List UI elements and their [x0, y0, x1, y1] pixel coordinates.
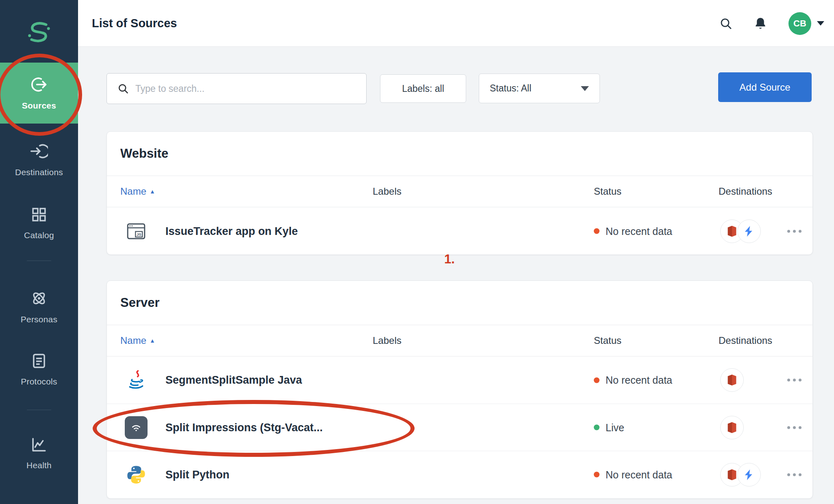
sidebar-item-sources[interactable]: Sources — [0, 63, 78, 124]
java-icon — [124, 368, 148, 392]
labels-filter-button[interactable]: Labels: all — [380, 74, 466, 103]
wifi-icon — [124, 416, 148, 439]
table-row[interactable]: Split Python No recent data — [107, 451, 812, 498]
status-filter-label: Status: All — [490, 83, 531, 94]
section-title: Website — [120, 146, 168, 161]
caret-down-icon — [817, 21, 824, 26]
column-header-name[interactable]: Name ▲ — [120, 186, 155, 197]
table-header: Name ▲ Labels Status Destinations — [107, 176, 812, 207]
segment-logo[interactable] — [0, 20, 78, 45]
status-text: No recent data — [606, 469, 672, 480]
status-cell: No recent data — [594, 225, 672, 237]
column-header-labels: Labels — [373, 186, 402, 197]
status-text: Live — [606, 421, 624, 433]
row-actions-button[interactable] — [785, 375, 804, 386]
row-actions-button[interactable] — [785, 469, 804, 480]
sidebar-item-label: Destinations — [15, 167, 63, 177]
sort-ascending-icon: ▲ — [150, 188, 155, 195]
server-sources-card: Server Name ▲ Labels Status Destinations — [106, 280, 813, 499]
column-header-labels: Labels — [373, 335, 402, 346]
status-text: No recent data — [606, 225, 672, 237]
sidebar-divider — [27, 410, 51, 410]
search-input[interactable] — [135, 74, 361, 104]
grid-icon — [30, 206, 48, 225]
column-header-destinations: Destinations — [719, 186, 772, 197]
add-source-button[interactable]: Add Source — [718, 72, 812, 102]
document-icon — [30, 352, 48, 371]
account-menu[interactable]: CB — [788, 12, 824, 35]
sidebar-item-label: Health — [26, 461, 52, 470]
blue-lightning-icon[interactable] — [737, 463, 761, 487]
column-header-status: Status — [594, 335, 621, 346]
destinations-cell — [720, 219, 761, 243]
top-header: List of Sources CB — [78, 0, 834, 47]
sidebar: Sources Destinations Cata — [0, 0, 78, 504]
page-title: List of Sources — [92, 0, 177, 47]
search-box — [106, 73, 367, 104]
column-header-name[interactable]: Name ▲ — [120, 335, 155, 346]
labels-filter-label: Labels: all — [402, 83, 444, 94]
sidebar-item-label: Catalog — [24, 230, 54, 240]
section-title: Server — [120, 295, 160, 310]
arrow-into-circle-icon — [30, 142, 48, 162]
status-cell: No recent data — [594, 469, 672, 480]
website-sources-card: Website Name ▲ Labels Status Destination… — [106, 131, 813, 255]
arrow-out-of-circle-icon — [30, 76, 48, 95]
status-dot — [594, 425, 599, 430]
sidebar-item-personas[interactable]: Personas — [0, 282, 78, 332]
destinations-cell — [720, 368, 744, 392]
column-header-destinations: Destinations — [719, 335, 772, 346]
table-row[interactable]: SegmentSplitSample Java No recent data — [107, 356, 812, 404]
sidebar-item-catalog[interactable]: Catalog — [0, 198, 78, 248]
source-name: IssueTracker app on Kyle — [165, 225, 298, 237]
redshift-icon[interactable] — [720, 416, 744, 439]
app-window: Sources Destinations Cata — [0, 0, 834, 504]
redshift-icon[interactable] — [720, 368, 744, 392]
search-icon[interactable] — [719, 17, 732, 30]
status-text: No recent data — [606, 374, 672, 386]
sort-ascending-icon: ▲ — [150, 337, 155, 344]
search-icon — [117, 83, 129, 94]
sidebar-divider — [27, 261, 51, 261]
sidebar-item-label: Personas — [21, 315, 57, 324]
blue-lightning-icon[interactable] — [737, 219, 761, 243]
python-icon — [124, 463, 148, 487]
sidebar-item-label: Protocols — [21, 377, 57, 387]
source-name: Split Python — [165, 468, 230, 481]
line-chart-icon — [30, 436, 48, 455]
table-row[interactable]: JS IssueTracker app on Kyle No recent da… — [107, 207, 812, 255]
atom-icon — [30, 289, 48, 309]
destinations-cell — [720, 463, 761, 487]
sidebar-item-destinations[interactable]: Destinations — [0, 135, 78, 185]
status-cell: No recent data — [594, 374, 672, 386]
javascript-browser-icon: JS — [124, 219, 148, 243]
notifications-bell-icon[interactable] — [754, 17, 767, 30]
sidebar-item-label: Sources — [22, 101, 56, 111]
column-header-status: Status — [594, 186, 621, 197]
destinations-cell — [720, 416, 744, 439]
source-name: Split Impressions (Stg-Vacat... — [165, 421, 323, 434]
status-dot — [594, 472, 599, 478]
status-filter-select[interactable]: Status: All — [479, 74, 600, 103]
chevron-down-icon — [581, 86, 589, 91]
source-name: SegmentSplitSample Java — [165, 374, 302, 387]
svg-text:JS: JS — [137, 232, 141, 237]
status-dot — [594, 377, 599, 383]
status-dot — [594, 228, 599, 234]
table-header: Name ▲ Labels Status Destinations — [107, 325, 812, 356]
row-actions-button[interactable] — [785, 226, 804, 237]
add-source-label: Add Source — [739, 82, 790, 93]
sidebar-item-protocols[interactable]: Protocols — [0, 345, 78, 394]
sidebar-item-health[interactable]: Health — [0, 428, 78, 478]
avatar[interactable]: CB — [788, 12, 811, 35]
table-row[interactable]: Split Impressions (Stg-Vacat... Live — [107, 404, 812, 451]
status-cell: Live — [594, 421, 624, 433]
row-actions-button[interactable] — [785, 422, 804, 433]
